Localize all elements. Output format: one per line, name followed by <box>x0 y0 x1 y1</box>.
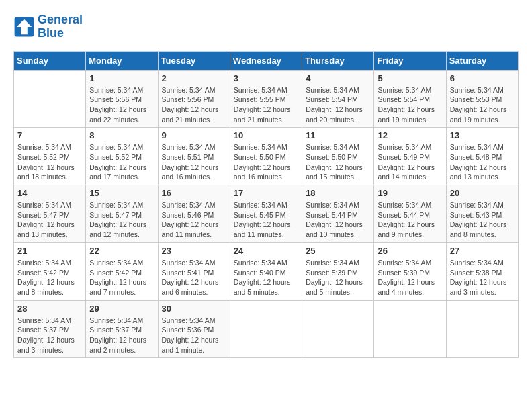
calendar-cell: 11Sunrise: 5:34 AMSunset: 5:50 PMDayligh… <box>302 128 374 185</box>
calendar-cell: 15Sunrise: 5:34 AMSunset: 5:47 PMDayligh… <box>86 185 158 243</box>
weekday-header: Friday <box>374 51 446 70</box>
day-info: Sunrise: 5:34 AMSunset: 5:43 PMDaylight:… <box>450 200 515 240</box>
day-info: Sunrise: 5:34 AMSunset: 5:52 PMDaylight:… <box>89 142 154 182</box>
calendar-cell: 21Sunrise: 5:34 AMSunset: 5:42 PMDayligh… <box>14 242 86 300</box>
calendar-cell: 2Sunrise: 5:34 AMSunset: 5:56 PMDaylight… <box>158 70 230 128</box>
calendar-cell <box>302 300 374 358</box>
day-number: 30 <box>162 304 226 314</box>
day-number: 5 <box>378 73 442 83</box>
day-info: Sunrise: 5:34 AMSunset: 5:53 PMDaylight:… <box>450 85 515 125</box>
day-info: Sunrise: 5:34 AMSunset: 5:48 PMDaylight:… <box>450 142 515 182</box>
day-number: 24 <box>234 246 298 256</box>
day-info: Sunrise: 5:34 AMSunset: 5:49 PMDaylight:… <box>378 142 442 182</box>
day-info: Sunrise: 5:34 AMSunset: 5:52 PMDaylight:… <box>17 142 82 182</box>
day-number: 15 <box>89 188 154 198</box>
calendar-cell <box>14 70 86 128</box>
calendar-table: SundayMondayTuesdayWednesdayThursdayFrid… <box>13 51 519 359</box>
day-number: 14 <box>17 188 82 198</box>
calendar-cell: 16Sunrise: 5:34 AMSunset: 5:46 PMDayligh… <box>158 185 230 243</box>
day-info: Sunrise: 5:34 AMSunset: 5:37 PMDaylight:… <box>89 316 154 355</box>
day-number: 23 <box>162 246 226 256</box>
calendar-week-row: 14Sunrise: 5:34 AMSunset: 5:47 PMDayligh… <box>14 185 519 243</box>
day-number: 12 <box>378 130 442 140</box>
day-info: Sunrise: 5:34 AMSunset: 5:54 PMDaylight:… <box>306 85 370 125</box>
calendar-cell: 20Sunrise: 5:34 AMSunset: 5:43 PMDayligh… <box>446 185 518 243</box>
day-info: Sunrise: 5:34 AMSunset: 5:40 PMDaylight:… <box>234 258 298 298</box>
calendar-cell: 4Sunrise: 5:34 AMSunset: 5:54 PMDaylight… <box>302 70 374 128</box>
day-info: Sunrise: 5:34 AMSunset: 5:47 PMDaylight:… <box>17 200 82 240</box>
calendar-week-row: 28Sunrise: 5:34 AMSunset: 5:37 PMDayligh… <box>14 300 519 358</box>
day-number: 25 <box>306 246 370 256</box>
calendar-cell: 12Sunrise: 5:34 AMSunset: 5:49 PMDayligh… <box>374 128 446 185</box>
weekday-header: Saturday <box>446 51 518 70</box>
day-number: 29 <box>89 304 154 314</box>
calendar-cell: 26Sunrise: 5:34 AMSunset: 5:39 PMDayligh… <box>374 242 446 300</box>
day-info: Sunrise: 5:34 AMSunset: 5:37 PMDaylight:… <box>17 316 82 355</box>
day-info: Sunrise: 5:34 AMSunset: 5:46 PMDaylight:… <box>162 200 226 240</box>
calendar-cell: 1Sunrise: 5:34 AMSunset: 5:56 PMDaylight… <box>86 70 158 128</box>
day-info: Sunrise: 5:34 AMSunset: 5:38 PMDaylight:… <box>450 258 515 298</box>
calendar-cell: 19Sunrise: 5:34 AMSunset: 5:44 PMDayligh… <box>374 185 446 243</box>
day-number: 21 <box>17 246 82 256</box>
calendar-cell: 14Sunrise: 5:34 AMSunset: 5:47 PMDayligh… <box>14 185 86 243</box>
header: General Blue <box>13 13 519 40</box>
logo: General Blue <box>13 13 83 40</box>
day-number: 8 <box>89 130 154 140</box>
day-number: 20 <box>450 188 515 198</box>
calendar-cell: 7Sunrise: 5:34 AMSunset: 5:52 PMDaylight… <box>14 128 86 185</box>
day-info: Sunrise: 5:34 AMSunset: 5:56 PMDaylight:… <box>162 85 226 125</box>
logo-icon <box>13 16 35 38</box>
day-info: Sunrise: 5:34 AMSunset: 5:39 PMDaylight:… <box>378 258 442 298</box>
calendar-week-row: 21Sunrise: 5:34 AMSunset: 5:42 PMDayligh… <box>14 242 519 300</box>
day-info: Sunrise: 5:34 AMSunset: 5:54 PMDaylight:… <box>378 85 442 125</box>
calendar-cell: 5Sunrise: 5:34 AMSunset: 5:54 PMDaylight… <box>374 70 446 128</box>
day-number: 18 <box>306 188 370 198</box>
weekday-header: Sunday <box>14 51 86 70</box>
day-info: Sunrise: 5:34 AMSunset: 5:42 PMDaylight:… <box>89 258 154 298</box>
day-number: 2 <box>162 73 226 83</box>
weekday-header: Tuesday <box>158 51 230 70</box>
day-number: 3 <box>234 73 298 83</box>
calendar-cell: 8Sunrise: 5:34 AMSunset: 5:52 PMDaylight… <box>86 128 158 185</box>
calendar-week-row: 7Sunrise: 5:34 AMSunset: 5:52 PMDaylight… <box>14 128 519 185</box>
calendar-cell <box>446 300 518 358</box>
calendar-cell <box>230 300 302 358</box>
calendar-cell: 6Sunrise: 5:34 AMSunset: 5:53 PMDaylight… <box>446 70 518 128</box>
calendar-cell: 24Sunrise: 5:34 AMSunset: 5:40 PMDayligh… <box>230 242 302 300</box>
day-number: 19 <box>378 188 442 198</box>
day-number: 26 <box>378 246 442 256</box>
weekday-header: Thursday <box>302 51 374 70</box>
calendar-cell: 10Sunrise: 5:34 AMSunset: 5:50 PMDayligh… <box>230 128 302 185</box>
day-info: Sunrise: 5:34 AMSunset: 5:44 PMDaylight:… <box>378 200 442 240</box>
day-info: Sunrise: 5:34 AMSunset: 5:56 PMDaylight:… <box>89 85 154 125</box>
day-info: Sunrise: 5:34 AMSunset: 5:55 PMDaylight:… <box>234 85 298 125</box>
day-number: 9 <box>162 130 226 140</box>
logo-text: General Blue <box>38 13 83 40</box>
day-info: Sunrise: 5:34 AMSunset: 5:51 PMDaylight:… <box>162 142 226 182</box>
day-info: Sunrise: 5:34 AMSunset: 5:47 PMDaylight:… <box>89 200 154 240</box>
day-info: Sunrise: 5:34 AMSunset: 5:50 PMDaylight:… <box>306 142 370 182</box>
day-info: Sunrise: 5:34 AMSunset: 5:42 PMDaylight:… <box>17 258 82 298</box>
calendar-cell <box>374 300 446 358</box>
weekday-header: Wednesday <box>230 51 302 70</box>
calendar-cell: 18Sunrise: 5:34 AMSunset: 5:44 PMDayligh… <box>302 185 374 243</box>
day-number: 1 <box>89 73 154 83</box>
day-number: 4 <box>306 73 370 83</box>
calendar-week-row: 1Sunrise: 5:34 AMSunset: 5:56 PMDaylight… <box>14 70 519 128</box>
day-number: 11 <box>306 130 370 140</box>
calendar-cell: 17Sunrise: 5:34 AMSunset: 5:45 PMDayligh… <box>230 185 302 243</box>
calendar-cell: 22Sunrise: 5:34 AMSunset: 5:42 PMDayligh… <box>86 242 158 300</box>
calendar-cell: 3Sunrise: 5:34 AMSunset: 5:55 PMDaylight… <box>230 70 302 128</box>
day-info: Sunrise: 5:34 AMSunset: 5:45 PMDaylight:… <box>234 200 298 240</box>
day-number: 7 <box>17 130 82 140</box>
calendar-cell: 28Sunrise: 5:34 AMSunset: 5:37 PMDayligh… <box>14 300 86 358</box>
calendar-cell: 23Sunrise: 5:34 AMSunset: 5:41 PMDayligh… <box>158 242 230 300</box>
calendar-cell: 9Sunrise: 5:34 AMSunset: 5:51 PMDaylight… <box>158 128 230 185</box>
calendar-cell: 25Sunrise: 5:34 AMSunset: 5:39 PMDayligh… <box>302 242 374 300</box>
day-number: 27 <box>450 246 515 256</box>
day-number: 17 <box>234 188 298 198</box>
calendar-cell: 30Sunrise: 5:34 AMSunset: 5:36 PMDayligh… <box>158 300 230 358</box>
day-info: Sunrise: 5:34 AMSunset: 5:39 PMDaylight:… <box>306 258 370 298</box>
calendar-cell: 13Sunrise: 5:34 AMSunset: 5:48 PMDayligh… <box>446 128 518 185</box>
weekday-header: Monday <box>86 51 158 70</box>
